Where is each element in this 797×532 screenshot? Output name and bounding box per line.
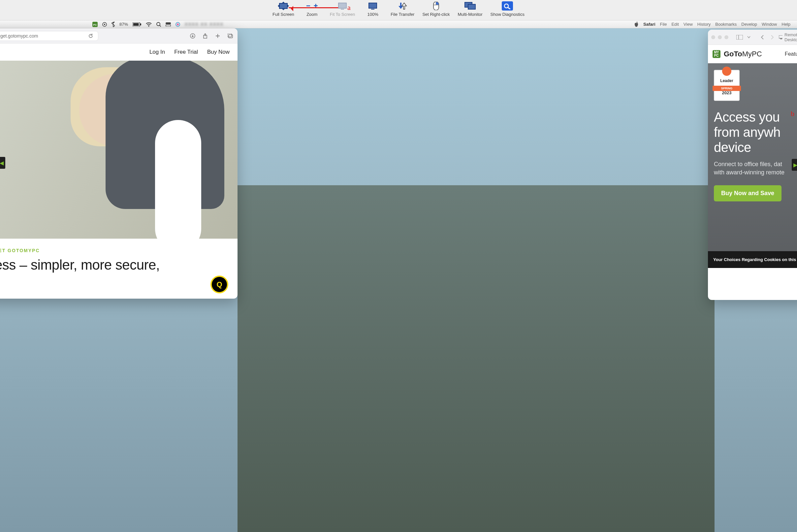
monitor-left-arrow[interactable]: ◀ (0, 157, 5, 169)
hero2: Leader SPRING 2023 Access you from anywh… (708, 63, 797, 268)
badge-leader: Leader (720, 78, 733, 83)
safari-toolbar-right: Remote Deskto (708, 30, 797, 45)
apple-icon[interactable] (634, 22, 639, 27)
chat-widget[interactable]: Q (211, 276, 228, 293)
nav-buy-now[interactable]: Buy Now (207, 49, 230, 55)
nav-login[interactable]: Log In (149, 49, 165, 55)
hero2-headline: Access you from anywh device (714, 110, 797, 155)
menubar-app-name[interactable]: Safari (643, 22, 655, 27)
wifi-icon[interactable] (146, 22, 152, 27)
svg-rect-0 (279, 3, 287, 8)
menu-bookmarks[interactable]: Bookmarks (715, 22, 737, 27)
hundred-label: 100% (367, 12, 378, 17)
svg-rect-31 (780, 39, 782, 39)
chevron-down-icon[interactable] (746, 34, 751, 40)
brand-text[interactable]: GoToMyPC (724, 50, 762, 58)
multi-monitor-button[interactable]: Multi-Monitor (457, 1, 482, 17)
set-right-click-button[interactable]: Set Right-click (422, 1, 450, 17)
brand-row: MYPC GoToMyPC Features (708, 45, 797, 63)
file-transfer-icon (398, 1, 407, 11)
battery-percent: 87% (120, 22, 128, 27)
svg-rect-6 (468, 4, 475, 9)
svg-rect-28 (736, 35, 743, 40)
full-screen-icon (278, 1, 289, 11)
annotation-arrow-icon (289, 7, 338, 8)
svg-rect-26 (229, 35, 233, 38)
remote-desktop-area: PC 87% XXXX XX XXXX Safari File Edit Vie… (0, 20, 797, 532)
battery-icon[interactable] (133, 22, 141, 26)
zoom-label: Zoom (306, 12, 318, 17)
show-diagnostics-button[interactable]: Show Diagnostics (491, 1, 525, 17)
safari-window-right: Remote Deskto MYPC GoToMyPC Features Lea… (708, 30, 797, 300)
safari-window-left: get.gotomypc.com Log In Free Trial Buy N… (0, 28, 237, 299)
address-bar[interactable]: get.gotomypc.com (0, 31, 98, 41)
remote-desktop-label: Remote Deskto (779, 32, 797, 42)
menu-file[interactable]: File (660, 22, 667, 27)
svg-rect-15 (140, 23, 141, 25)
badge-year: 2023 (714, 90, 739, 95)
multi-monitor-icon (465, 1, 476, 11)
new-tab-icon[interactable] (214, 33, 221, 39)
menubar-clock-blur: XXXX XX XXXX (185, 22, 224, 27)
annotation-a-label: a (347, 3, 351, 12)
download-icon[interactable] (189, 33, 196, 39)
menu-edit[interactable]: Edit (671, 22, 678, 27)
svg-rect-30 (779, 35, 782, 38)
bluetooth-icon[interactable] (111, 22, 115, 27)
share-icon[interactable] (202, 33, 209, 39)
svg-rect-3 (369, 3, 377, 8)
diagnostics-label: Show Diagnostics (491, 12, 525, 17)
address-url: get.gotomypc.com (0, 33, 38, 39)
gotomypc-menubar-icon[interactable]: PC (92, 22, 98, 27)
back-button[interactable] (759, 34, 766, 40)
mouse-icon (433, 1, 439, 11)
annotation-a: a (289, 3, 351, 12)
diagnostics-icon (502, 1, 513, 11)
hero-headline: ess – simpler, more secure, (0, 257, 230, 273)
wallpaper-landscape (237, 185, 714, 532)
sidebar-icon[interactable] (736, 34, 743, 40)
multi-monitor-label: Multi-Monitor (457, 12, 482, 17)
monitor-right-arrow[interactable]: ▶ (792, 159, 797, 171)
menu-history[interactable]: History (698, 22, 710, 27)
safari-toolbar-left: get.gotomypc.com (0, 28, 237, 43)
svg-point-17 (157, 22, 160, 26)
menu-help[interactable]: Help (781, 22, 791, 27)
hundred-percent-icon (368, 1, 377, 11)
badge-ribbon: SPRING (712, 86, 741, 91)
chat-icon: Q (216, 280, 222, 289)
annotation-b: b (791, 110, 794, 118)
file-transfer-button[interactable]: File Transfer (391, 1, 414, 17)
meet-label: EET GOTOMYPC (0, 248, 230, 253)
g2-badge: Leader SPRING 2023 (714, 70, 740, 101)
subhero: EET GOTOMYPC ess – simpler, more secure, (0, 239, 237, 276)
siri-icon[interactable] (176, 22, 180, 27)
forward-button[interactable] (769, 34, 776, 40)
buy-now-button[interactable]: Buy Now and Save (714, 185, 781, 202)
file-transfer-label: File Transfer (391, 12, 414, 17)
svg-rect-4 (371, 9, 375, 10)
svg-rect-20 (166, 25, 171, 26)
tabs-icon[interactable] (227, 33, 234, 39)
fit-label: Fit To Screen (330, 12, 355, 17)
record-icon[interactable] (102, 22, 107, 27)
svg-line-8 (508, 7, 510, 9)
mac-menubar: PC 87% XXXX XX XXXX Safari File Edit Vie… (0, 20, 797, 28)
hundred-percent-button[interactable]: 100% (363, 1, 383, 17)
nav-free-trial[interactable]: Free Trial (174, 49, 198, 55)
svg-rect-27 (228, 34, 232, 37)
svg-point-16 (148, 26, 149, 26)
svg-point-22 (177, 23, 179, 25)
spotlight-icon[interactable] (156, 22, 161, 27)
reload-icon[interactable] (87, 33, 94, 39)
nav-features[interactable]: Features (785, 51, 797, 57)
svg-point-12 (104, 24, 105, 25)
menu-window[interactable]: Window (762, 22, 777, 27)
site-nav: Log In Free Trial Buy Now (0, 43, 237, 61)
window-lights[interactable] (711, 35, 728, 39)
menu-view[interactable]: View (684, 22, 693, 27)
control-center-icon[interactable] (166, 22, 171, 26)
cookie-banner[interactable]: Your Choices Regarding Cookies on this S… (708, 251, 797, 268)
svg-rect-19 (166, 22, 171, 24)
menu-develop[interactable]: Develop (741, 22, 757, 27)
